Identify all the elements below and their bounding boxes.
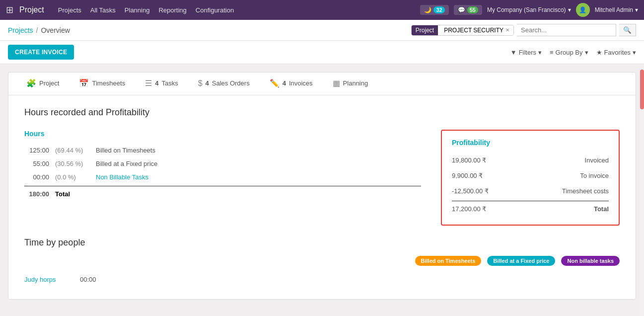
nav-planning[interactable]: Planning [125, 6, 150, 14]
chat-notification-btn[interactable]: 💬 55 [454, 5, 482, 15]
app-grid-icon[interactable]: ⊞ [6, 4, 13, 15]
tabs-bar: 🧩 Project 📅 Timesheets ☰ 4 Tasks $ 4 Sal… [8, 73, 636, 95]
tab-timesheets[interactable]: 📅 Timesheets [69, 73, 135, 95]
breadcrumb-separator: / [36, 26, 38, 34]
scrollbar[interactable] [640, 70, 644, 308]
hours-label-1: Billed at a Fixed price [96, 160, 157, 167]
favorites-btn[interactable]: ★ Favorites ▾ [596, 49, 636, 56]
tab-invoices[interactable]: ✏️ 4 Invoices [260, 73, 323, 95]
moon-notification-btn[interactable]: 🌙 32 [420, 5, 448, 15]
filters-dropdown-icon: ▾ [538, 49, 542, 56]
profit-label-0: Invoiced [585, 157, 609, 164]
tab-sales-label: Sales Orders [212, 79, 250, 87]
profit-row-2: -12,500.00 ₹ Timesheet costs [452, 183, 609, 199]
company-selector[interactable]: My Company (San Francisco) ▾ [487, 6, 571, 13]
hours-row-0: 125:00 (69.44 %) Billed on Timesheets [24, 144, 421, 157]
hours-row-2: 00:00 (0.0 %) Non Billable Tasks [24, 170, 421, 184]
filters-btn[interactable]: ▼ Filters ▾ [510, 49, 542, 56]
tab-planning[interactable]: ▦ Planning [323, 73, 378, 95]
legend-billed-fixed: Billed at a Fixed price [487, 256, 555, 266]
user-dropdown-icon: ▾ [635, 6, 638, 13]
tab-invoices-label: Invoices [289, 79, 313, 87]
company-dropdown-icon: ▾ [568, 6, 571, 13]
profit-amount-2: -12,500.00 ₹ [452, 187, 489, 195]
profit-row-1: 9,900.00 ₹ To invoice [452, 168, 609, 183]
scrollbar-thumb[interactable] [640, 70, 644, 109]
profit-row-0: 19,800.00 ₹ Invoiced [452, 153, 609, 168]
tab-tasks[interactable]: ☰ 4 Tasks [135, 73, 188, 95]
profitability-subtitle: Profitability [452, 139, 609, 147]
legend-non-billable: Non billable tasks [561, 256, 620, 266]
filter-remove-btn[interactable]: ✕ [505, 27, 509, 33]
nav-configuration[interactable]: Configuration [196, 6, 234, 14]
person-name-link[interactable]: Judy horps [24, 276, 74, 283]
profit-total-row: 17,200.00 ₹ Total [452, 201, 609, 217]
hours-profitability-section: Hours recorded and Profitability Hours 1… [8, 95, 636, 237]
nav-reporting[interactable]: Reporting [158, 6, 186, 14]
search-button[interactable]: 🔍 [619, 24, 636, 36]
filter-value: PROJECT SECURITY ✕ [440, 25, 513, 35]
profit-amount-0: 19,800.00 ₹ [452, 157, 486, 164]
tab-project-label: Project [39, 79, 59, 87]
hours-num-0: 125:00 [24, 147, 49, 154]
moon-icon: 🌙 [424, 6, 431, 13]
breadcrumb-current: Overview [41, 26, 70, 34]
profit-amount-1: 9,900.00 ₹ [452, 172, 483, 179]
hours-section: Hours 125:00 (69.44 %) Billed on Timeshe… [24, 130, 421, 226]
hours-num-1: 55:00 [24, 160, 49, 167]
section-title: Hours recorded and Profitability [24, 107, 620, 118]
hours-subtitle: Hours [24, 130, 421, 138]
hours-pct-0: (69.44 %) [55, 147, 90, 154]
tab-sales-count: 4 [206, 79, 209, 87]
group-by-dropdown-icon: ▾ [585, 49, 588, 56]
favorites-label: Favorites [604, 49, 631, 56]
tab-timesheets-label: Timesheets [92, 79, 125, 87]
hours-pct-1: (30.56 %) [55, 160, 90, 167]
table-icon: ▦ [333, 79, 340, 88]
main-content: 🧩 Project 📅 Timesheets ☰ 4 Tasks $ 4 Sal… [0, 64, 644, 308]
top-navigation: ⊞ Project Projects All Tasks Planning Re… [0, 0, 644, 20]
chat-badge-count: 55 [467, 6, 478, 13]
star-icon: ★ [596, 49, 602, 56]
action-bar: CREATE INVOICE ▼ Filters ▾ ≡ Group By ▾ … [0, 41, 644, 64]
legend: Billed on Timesheets Billed at a Fixed p… [24, 256, 620, 266]
tab-planning-label: Planning [343, 79, 368, 87]
profit-label-1: To invoice [580, 172, 609, 179]
header-right: 🌙 32 💬 55 My Company (San Francisco) ▾ 👤… [420, 3, 638, 17]
hours-row-1: 55:00 (30.56 %) Billed at a Fixed price [24, 157, 421, 170]
search-bar: Project PROJECT SECURITY ✕ 🔍 [411, 24, 636, 36]
nav-projects[interactable]: Projects [58, 6, 81, 14]
search-input[interactable] [517, 24, 616, 36]
person-hours: 00:00 [80, 276, 105, 283]
person-row: Judy horps 00:00 [24, 272, 620, 287]
profit-total-amount: 17,200.00 ₹ [452, 205, 486, 213]
group-by-btn[interactable]: ≡ Group By ▾ [550, 49, 588, 56]
hours-pct-2: (0.0 %) [55, 173, 90, 181]
avatar: 👤 [576, 3, 590, 17]
non-billable-tasks-link[interactable]: Non Billable Tasks [96, 173, 148, 181]
pencil-icon: ✏️ [270, 79, 280, 88]
favorites-dropdown-icon: ▾ [633, 49, 636, 56]
dollar-icon: $ [198, 79, 203, 88]
nav-links: Projects All Tasks Planning Reporting Co… [58, 6, 417, 14]
tab-tasks-label: Tasks [161, 79, 178, 87]
breadcrumb: Projects / Overview [8, 26, 70, 34]
breadcrumb-parent[interactable]: Projects [8, 26, 33, 34]
create-invoice-button[interactable]: CREATE INVOICE [8, 45, 74, 60]
content-card: 🧩 Project 📅 Timesheets ☰ 4 Tasks $ 4 Sal… [8, 72, 636, 300]
hours-total-label: Total [55, 190, 70, 198]
group-by-label: Group By [556, 49, 583, 56]
filter-label: Project [412, 25, 438, 35]
calendar-icon: 📅 [79, 79, 89, 88]
user-name-text: Mitchell Admin [595, 6, 633, 13]
chat-icon: 💬 [458, 6, 465, 13]
filter-icon: ▼ [510, 49, 517, 56]
time-by-people-title: Time by people [24, 237, 620, 248]
tab-project[interactable]: 🧩 Project [16, 73, 69, 95]
group-by-icon: ≡ [550, 49, 554, 56]
filter-group: ▼ Filters ▾ ≡ Group By ▾ ★ Favorites ▾ [510, 49, 636, 56]
hours-label-0: Billed on Timesheets [96, 147, 155, 154]
user-menu[interactable]: Mitchell Admin ▾ [595, 6, 638, 13]
tab-sales-orders[interactable]: $ 4 Sales Orders [188, 73, 260, 95]
nav-all-tasks[interactable]: All Tasks [90, 6, 116, 14]
